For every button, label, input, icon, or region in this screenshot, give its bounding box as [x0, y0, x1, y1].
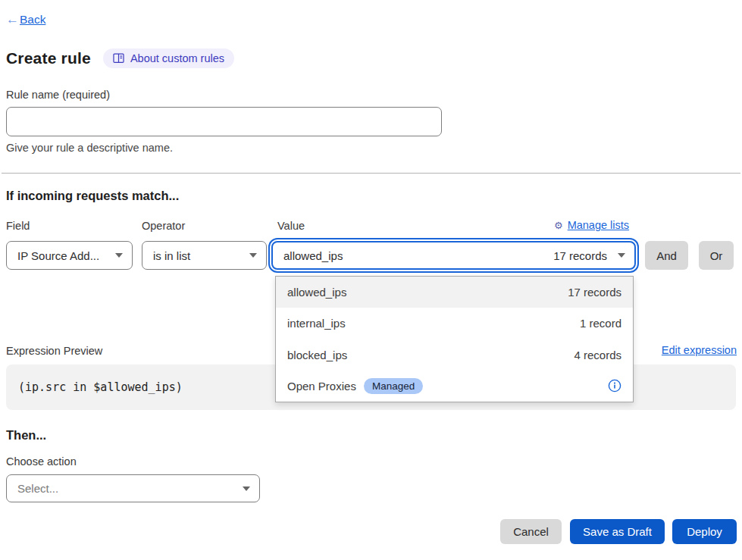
list-item-name: blocked_ips [287, 349, 347, 361]
action-select[interactable]: Select... [6, 474, 260, 502]
value-label: Value [277, 220, 305, 232]
expression-code: (ip.src in $allowed_ips) [18, 380, 183, 394]
section-divider [2, 173, 740, 174]
book-icon [113, 53, 124, 64]
expression-preview-label: Expression Preview [6, 345, 102, 357]
info-icon[interactable] [608, 379, 621, 393]
list-item-count: 1 record [580, 317, 621, 330]
about-custom-rules-link[interactable]: About custom rules [103, 48, 234, 68]
rule-name-helper-text: Give your rule a descriptive name. [6, 142, 173, 154]
value-select-name: allowed_ips [283, 249, 343, 262]
action-select-placeholder: Select... [17, 482, 58, 495]
value-select[interactable]: allowed_ips 17 records [271, 241, 636, 270]
match-section-heading: If incoming requests match... [6, 189, 179, 203]
deploy-button[interactable]: Deploy [672, 519, 737, 544]
list-item-count: 4 records [574, 349, 621, 361]
edit-expression-link[interactable]: Edit expression [662, 344, 737, 356]
chevron-down-icon [115, 253, 123, 258]
back-link-label: Back [20, 13, 45, 27]
operator-select[interactable]: is in list [142, 241, 267, 270]
or-button[interactable]: Or [699, 241, 734, 270]
list-item-blocked-ips[interactable]: blocked_ips 4 records [276, 339, 633, 371]
field-select[interactable]: IP Source Add... [6, 241, 133, 270]
value-dropdown-panel: allowed_ips 17 records internal_ips 1 re… [275, 276, 634, 402]
back-link[interactable]: ← Back [6, 12, 45, 27]
page-title: Create rule [6, 49, 91, 67]
rule-name-label: Rule name (required) [6, 89, 110, 101]
rule-name-input[interactable] [6, 107, 442, 136]
list-item-name: Open Proxies [287, 380, 356, 393]
gear-icon: ⚙ [554, 220, 563, 231]
create-rule-page: ← Back Create rule About custom rules Ru… [0, 0, 742, 560]
list-item-count: 17 records [568, 286, 621, 299]
chevron-down-icon [249, 253, 257, 258]
back-arrow-icon: ← [6, 12, 19, 27]
about-custom-rules-label: About custom rules [130, 52, 224, 64]
managed-badge: Managed [364, 378, 423, 394]
and-button[interactable]: And [645, 241, 688, 270]
list-item-allowed-ips[interactable]: allowed_ips 17 records [276, 277, 633, 308]
cancel-button[interactable]: Cancel [500, 519, 562, 544]
save-as-draft-button[interactable]: Save as Draft [570, 519, 665, 544]
value-select-count: 17 records [553, 249, 607, 262]
field-select-value: IP Source Add... [17, 249, 99, 262]
manage-lists-link[interactable]: ⚙ Manage lists [554, 219, 629, 231]
list-item-name: internal_ips [287, 317, 346, 330]
then-section-heading: Then... [6, 428, 46, 443]
list-item-internal-ips[interactable]: internal_ips 1 record [276, 308, 633, 339]
field-label: Field [6, 220, 30, 232]
manage-lists-label: Manage lists [568, 219, 629, 231]
list-item-name: allowed_ips [287, 286, 346, 299]
chevron-down-icon [243, 486, 250, 491]
operator-label: Operator [142, 220, 185, 232]
chevron-down-icon [618, 253, 625, 258]
title-row: Create rule About custom rules [6, 48, 234, 68]
choose-action-label: Choose action [6, 455, 77, 468]
operator-select-value: is in list [153, 249, 190, 262]
list-item-open-proxies[interactable]: Open Proxies Managed [276, 371, 633, 402]
